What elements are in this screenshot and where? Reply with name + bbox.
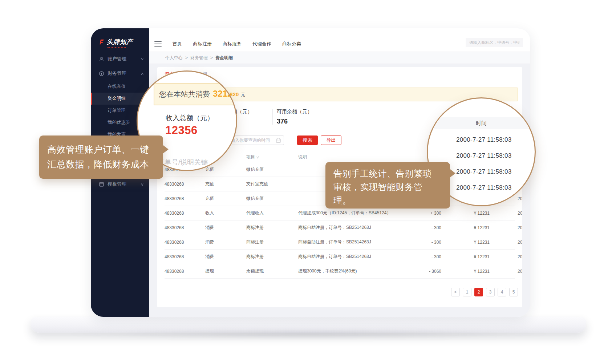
magnified-stat-label: 收入总额（元）	[166, 113, 214, 123]
search-input[interactable]	[466, 38, 523, 47]
menu-hamburger-icon[interactable]	[154, 41, 162, 46]
page-canvas: 头牌知产 账户管理∨财务管理∧在线充值资金明细订单管理我的优惠券我的发票模板管理…	[0, 0, 616, 364]
breadcrumb-item[interactable]: 个人中心	[165, 55, 183, 61]
table-row: 48330268消费商标注册商标自助注册，订单号：SB2514263J- 300…	[165, 250, 515, 264]
nav-item-0[interactable]: 首页	[173, 41, 182, 47]
banner-unit: 元	[240, 92, 245, 97]
cell-amount: + 300	[419, 211, 441, 216]
pagination-page-2[interactable]: 2	[474, 288, 483, 296]
cell-item: 微信充值	[246, 195, 298, 202]
cell-balance: ¥ 12231	[441, 269, 490, 274]
calendar-icon	[276, 138, 281, 143]
sidebar-item-label: 模板管理	[108, 181, 126, 187]
magnified-time-value: 2000-7-27 11:58:03	[456, 168, 512, 175]
cell-order-no: 48330268	[165, 269, 205, 274]
cell-amount: - 300	[419, 254, 441, 259]
nav-item-4[interactable]: 商标分类	[282, 41, 301, 47]
callout-text-line: 审核，实现智能财务管	[333, 180, 442, 194]
cell-time: 2000-7-27 11:58:03	[490, 269, 522, 274]
user-icon	[99, 56, 104, 62]
laptop-base	[31, 317, 586, 333]
sidebar-item-account-management[interactable]: 账户管理∨	[91, 52, 149, 66]
cell-order-no: 48330268	[165, 211, 205, 216]
callout-text-line: 汇总数据，降低财务成本	[47, 157, 155, 172]
cell-item: 商标注册	[246, 225, 298, 231]
search-button[interactable]: 搜索	[297, 136, 318, 145]
pagination: <12345	[451, 288, 518, 296]
cell-amount: - 300	[419, 240, 441, 245]
cell-item: 代理收入	[246, 210, 298, 216]
cell-balance: ¥ 12231	[441, 254, 490, 259]
sidebar-item-finance-management[interactable]: 财务管理∧	[91, 66, 149, 81]
breadcrumb-item[interactable]: 财务管理	[190, 55, 208, 61]
cell-type: 消费	[205, 239, 246, 245]
callout-text-line: 理。	[333, 194, 442, 207]
cell-time: 2000-7-27 11:58:03	[490, 211, 522, 216]
pagination-page-5[interactable]: 5	[509, 288, 518, 296]
cell-time: 2000-7-27 11:58:03	[490, 240, 522, 245]
cell-balance: ¥ 12231	[441, 211, 490, 216]
callout-right: 告别手工统计、告别繁琐审核，实现智能财务管理。	[325, 162, 450, 209]
callout-text-line: 告别手工统计、告别繁琐	[333, 167, 442, 180]
breadcrumb-separator: >	[210, 55, 213, 60]
nav-item-3[interactable]: 代理合作	[252, 41, 271, 47]
callout-text-line: 高效管理账户订单、一键	[47, 142, 155, 157]
sidebar-item-label: 资金明细	[108, 96, 126, 102]
header-item[interactable]: 项目∨	[246, 154, 298, 160]
magnified-stat-value: 12356	[165, 124, 198, 137]
logo-subtext-dots	[107, 47, 126, 48]
cell-description: 商标自助注册，订单号：SB2514263J	[298, 239, 419, 245]
cell-type: 提现	[205, 268, 246, 274]
cell-item: 支付宝充值	[246, 181, 298, 187]
finance-icon	[99, 71, 104, 76]
cell-type: 消费	[205, 225, 246, 231]
template-icon	[99, 182, 104, 187]
cell-time: 2000-7-27 11:58:03	[490, 254, 522, 259]
cell-item: 商标注册	[246, 254, 298, 260]
cell-description: 商标自助注册，订单号：SB2514263J	[298, 225, 419, 231]
cell-order-no: 48330268	[165, 196, 205, 201]
logo-icon	[98, 39, 105, 45]
cell-description: 提现3000元，手续费2%(60元)	[298, 268, 419, 274]
table-row: 48330268消费商标注册商标自助注册，订单号：SB2514263J- 300…	[165, 221, 515, 235]
sidebar-item-online-recharge[interactable]: 在线充值	[91, 81, 149, 93]
cell-amount: - 3060	[419, 269, 441, 274]
nav-item-1[interactable]: 商标注册	[193, 41, 212, 47]
cell-order-no: 48330268	[165, 254, 205, 259]
logo: 头牌知产	[98, 39, 133, 48]
chevron-down-icon: ∨	[141, 182, 144, 186]
magnified-keyword-placeholder: 订单号/说明关键	[158, 158, 208, 167]
breadcrumb: 个人中心>财务管理>资金明细	[149, 52, 530, 64]
cell-type: 充值	[205, 166, 246, 173]
header-desc: 说明	[298, 154, 419, 160]
table-row: 48330268消费商标注册商标自助注册，订单号：SB2514263J- 300…	[165, 235, 515, 250]
cell-order-no: 48330268	[165, 240, 205, 245]
cell-type: 充值	[205, 195, 246, 202]
cell-amount: - 300	[419, 225, 441, 230]
sidebar-item-label: 订单管理	[108, 108, 126, 114]
chevron-up-icon: ∧	[141, 72, 144, 76]
chevron-down-icon: ∨	[256, 155, 259, 159]
sidebar-item-template-management[interactable]: 模板管理∨	[91, 177, 149, 191]
stat-label: 可用余额（元）	[277, 109, 312, 115]
stat-balance: 可用余额（元） 376	[277, 109, 312, 125]
nav-item-2[interactable]: 商标服务	[223, 41, 242, 47]
top-navigation: 首页商标注册商标服务代理合作商标分类	[173, 41, 301, 47]
sidebar-item-label: 财务管理	[108, 70, 126, 77]
cell-type: 收入	[205, 210, 246, 216]
pagination-page-4[interactable]: 4	[498, 288, 506, 296]
table-row: 48330268提现余额提现提现3000元，手续费2%(60元)- 3060¥ …	[165, 264, 515, 279]
export-button[interactable]: 导出	[321, 136, 341, 145]
pagination-page-1[interactable]: 1	[463, 288, 471, 296]
breadcrumb-separator: >	[185, 55, 188, 60]
pagination-prev-button[interactable]: <	[451, 288, 460, 296]
stats-divider	[272, 109, 273, 125]
stat-value: 376	[277, 118, 312, 125]
magnified-time-value: 2000-7-27 11:58:03	[456, 136, 512, 143]
cell-type: 消费	[205, 254, 246, 260]
sidebar-item-label: 账户管理	[108, 56, 126, 62]
topbar: 首页商标注册商标服务代理合作商标分类	[149, 28, 530, 52]
cell-type: 充值	[205, 181, 246, 187]
pagination-page-3[interactable]: 3	[486, 288, 495, 296]
sidebar-item-label: 在线充值	[108, 84, 126, 90]
